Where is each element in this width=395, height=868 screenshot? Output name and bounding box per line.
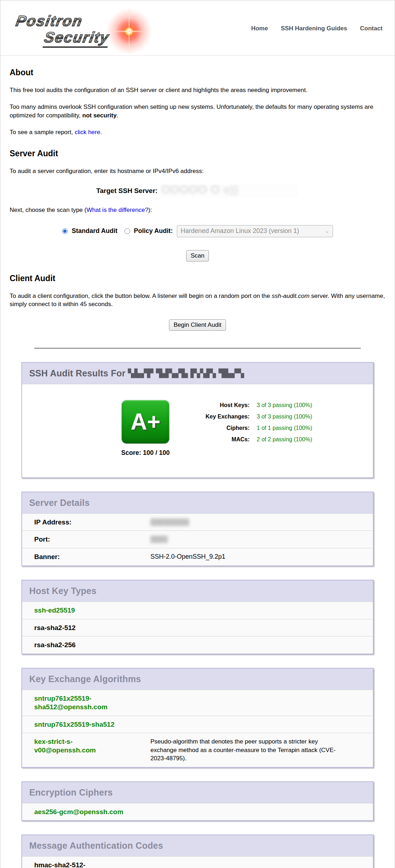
row-label: IP Address: bbox=[22, 518, 150, 527]
ssh-audit-results-panel: SSH Audit Results For ▚▙▞▛ ▜▟▚▞▙ ▛▞▟▚ ▜▙… bbox=[21, 362, 374, 478]
scan-type-options-row: Standard Audit Policy Audit: Hardened Am… bbox=[10, 225, 385, 237]
row-value-redacted: █████████ bbox=[150, 518, 373, 526]
about-paragraph-1: This free tool audits the configuration … bbox=[10, 86, 385, 94]
begin-client-audit-button[interactable]: Begin Client Audit bbox=[169, 319, 226, 331]
stats-column: Host Keys: 3 of 3 passing (100%) Key Exc… bbox=[191, 402, 312, 457]
redacted-value: █████████ bbox=[150, 518, 189, 526]
scan-type-text: Next, choose the scan type ( bbox=[10, 207, 86, 213]
macs-panel: Message Authentication Codes hmac-sha2-5… bbox=[21, 834, 374, 868]
table-row: rsa-sha2-256 bbox=[22, 636, 373, 654]
logo-text-line2: Security bbox=[44, 29, 109, 48]
about-paragraph-2: Too many admins overlook SSH configurati… bbox=[10, 103, 385, 120]
row-value-redacted: ████ bbox=[150, 535, 373, 543]
scan-type-close: ): bbox=[148, 207, 152, 213]
stat-value: 1 of 1 passing (100%) bbox=[257, 425, 312, 431]
table-row: rsa-sha2-512 bbox=[22, 619, 373, 636]
scan-type-difference-link[interactable]: What is the difference? bbox=[86, 207, 148, 213]
server-audit-intro: To audit a server configuration, enter i… bbox=[10, 167, 385, 175]
nav-item-contact[interactable]: Contact bbox=[360, 25, 383, 32]
redacted-value: ████ bbox=[150, 535, 168, 543]
stat-value: 3 of 3 passing (100%) bbox=[257, 413, 312, 420]
encryption-ciphers-panel: Encryption Ciphers aes256-gcm@openssh.co… bbox=[21, 781, 374, 821]
stat-row-host-keys: Host Keys: 3 of 3 passing (100%) bbox=[191, 402, 312, 408]
client-audit-domain: ssh-audit.com bbox=[272, 293, 309, 299]
results-title: SSH Audit Results For bbox=[29, 368, 128, 378]
kex-name: sntrup761x25519-sha512 bbox=[22, 720, 150, 729]
table-row: hmac-sha2-512-etm@openssh.com bbox=[22, 856, 373, 868]
results-body: A+ Score: 100 / 100 Host Keys: 3 of 3 pa… bbox=[22, 384, 373, 477]
nav-item-ssh-hardening-guides[interactable]: SSH Hardening Guides bbox=[281, 25, 347, 32]
table-row: sntrup761x25519-sha512 bbox=[22, 716, 373, 733]
stat-row-key-exchanges: Key Exchanges: 3 of 3 passing (100%) bbox=[191, 413, 312, 420]
sample-report-text: To see a sample report, bbox=[10, 129, 75, 136]
macs-header: Message Authentication Codes bbox=[22, 835, 373, 856]
target-server-input[interactable]: OOOOO O o)) bbox=[160, 184, 299, 197]
target-server-redacted-value: OOOOO O o)) bbox=[161, 184, 238, 196]
kex-name: kex-strict-s-v00@openssh.com bbox=[22, 737, 150, 755]
policy-audit-label: Policy Audit: bbox=[134, 227, 173, 235]
client-audit-text: To audit a client configuration, click t… bbox=[10, 293, 272, 299]
host-key-name: rsa-sha2-256 bbox=[22, 641, 150, 649]
stat-label: Ciphers: bbox=[191, 425, 250, 431]
about-heading: About bbox=[10, 68, 385, 77]
about-paragraph-3: To see a sample report, click here. bbox=[10, 128, 385, 136]
starburst-flare-icon bbox=[106, 8, 152, 55]
row-value: SSH-2.0-OpenSSH_9.2p1 bbox=[150, 553, 373, 561]
section-divider bbox=[34, 348, 361, 349]
server-audit-heading: Server Audit bbox=[10, 149, 385, 158]
policy-select[interactable]: Hardened Amazon Linux 2023 (version 1) ⌄ bbox=[177, 225, 333, 237]
stat-row-macs: MACs: 2 of 2 passing (100%) bbox=[191, 436, 312, 443]
table-row: ssh-ed25519 bbox=[22, 601, 373, 619]
cipher-name: aes256-gcm@openssh.com bbox=[22, 808, 150, 816]
server-details-panel: Server Details IP Address: █████████ Por… bbox=[21, 492, 374, 566]
grade-badge: A+ bbox=[122, 400, 169, 443]
scan-type-row: Next, choose the scan type (What is the … bbox=[10, 206, 385, 214]
server-details-header: Server Details bbox=[22, 492, 373, 513]
table-row: Port: ████ bbox=[22, 531, 373, 548]
target-server-label: Target SSH Server: bbox=[96, 187, 158, 195]
positron-security-logo[interactable]: Positron Security bbox=[10, 5, 164, 52]
host-key-types-panel: Host Key Types ssh-ed25519 rsa-sha2-512 … bbox=[21, 580, 374, 654]
kex-name: sntrup761x25519-sha512@openssh.com bbox=[22, 694, 150, 711]
scan-button-row: Scan bbox=[10, 250, 385, 262]
results-panel-header: SSH Audit Results For ▚▙▞▛ ▜▟▚▞▙ ▛▞▟▚ ▜▙… bbox=[22, 363, 373, 384]
target-server-row: Target SSH Server: OOOOO O o)) bbox=[10, 184, 385, 197]
standard-audit-radio[interactable] bbox=[62, 228, 68, 234]
stat-label: MACs: bbox=[191, 436, 250, 443]
table-row: kex-strict-s-v00@openssh.com Pseudo-algo… bbox=[22, 733, 373, 767]
stat-value: 2 of 2 passing (100%) bbox=[257, 436, 312, 443]
host-key-types-header: Host Key Types bbox=[22, 580, 373, 601]
stat-label: Host Keys: bbox=[191, 402, 250, 408]
client-button-row: Begin Client Audit bbox=[10, 319, 385, 331]
mac-name: hmac-sha2-512-etm@openssh.com bbox=[22, 861, 150, 868]
nav-item-home[interactable]: Home bbox=[251, 25, 268, 32]
about-p2-period: . bbox=[117, 112, 118, 119]
grade-column: A+ Score: 100 / 100 bbox=[121, 400, 170, 457]
sample-report-period: . bbox=[100, 129, 102, 136]
policy-select-value: Hardened Amazon Linux 2023 (version 1) bbox=[181, 227, 299, 235]
table-row: sntrup761x25519-sha512@openssh.com bbox=[22, 690, 373, 716]
logo-text-line1: Positron bbox=[16, 12, 82, 30]
stat-row-ciphers: Ciphers: 1 of 1 passing (100%) bbox=[191, 425, 312, 431]
policy-audit-radio[interactable] bbox=[124, 228, 130, 234]
main-nav: Home SSH Hardening Guides Contact bbox=[251, 25, 383, 32]
score-label: Score: 100 / 100 bbox=[121, 449, 170, 457]
host-key-name: rsa-sha2-512 bbox=[22, 624, 150, 632]
client-audit-paragraph: To audit a client configuration, click t… bbox=[10, 292, 385, 309]
host-key-name: ssh-ed25519 bbox=[22, 606, 150, 615]
chevron-down-icon: ⌄ bbox=[325, 228, 329, 234]
encryption-ciphers-header: Encryption Ciphers bbox=[22, 782, 373, 803]
main-content: About This free tool audits the configur… bbox=[0, 68, 395, 868]
key-exchange-panel: Key Exchange Algorithms sntrup761x25519-… bbox=[21, 668, 374, 768]
sample-report-link[interactable]: click here bbox=[75, 129, 100, 136]
client-audit-heading: Client Audit bbox=[10, 274, 385, 283]
about-p2-text: Too many admins overlook SSH configurati… bbox=[10, 103, 373, 118]
results-hostname-redacted: ▚▙▞▛ ▜▟▚▞▙ ▛▞▟▚ ▜▙▞▚ bbox=[128, 369, 244, 378]
row-label: Banner: bbox=[22, 553, 150, 561]
scan-button[interactable]: Scan bbox=[186, 250, 209, 262]
table-row: aes256-gcm@openssh.com bbox=[22, 803, 373, 821]
row-label: Port: bbox=[22, 535, 150, 544]
table-row: Banner: SSH-2.0-OpenSSH_9.2p1 bbox=[22, 548, 373, 565]
standard-audit-label: Standard Audit bbox=[72, 227, 117, 235]
table-row: IP Address: █████████ bbox=[22, 513, 373, 531]
